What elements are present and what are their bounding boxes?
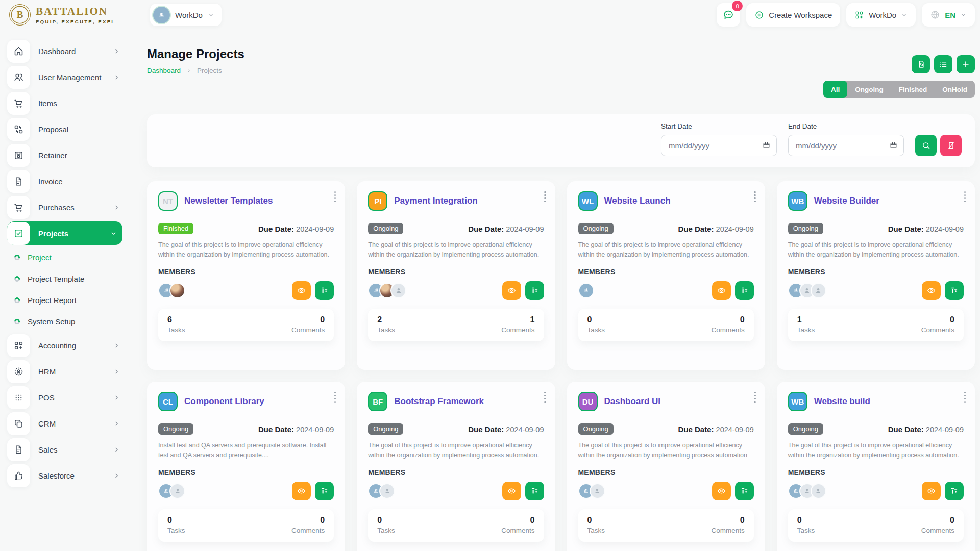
members-row	[788, 482, 964, 500]
member-avatar-placeholder	[379, 483, 395, 499]
view-project-button[interactable]	[712, 281, 731, 300]
card-menu-button[interactable]	[541, 389, 549, 406]
start-date-input[interactable]	[661, 135, 777, 156]
chevron-right-icon	[113, 446, 120, 454]
sidebar-item-label: Accounting	[38, 341, 105, 350]
project-title-link[interactable]: Website build	[814, 396, 870, 407]
sidebar-item-proposal[interactable]: Proposal	[7, 117, 124, 141]
topbar-actions: 0 Create Workspace WorkDo EN	[717, 3, 975, 27]
project-title-link[interactable]: Component Library	[184, 396, 264, 407]
due-date-value: 2024-09-09	[296, 425, 334, 434]
project-title-link[interactable]: Dashboard UI	[604, 396, 661, 407]
progress-button[interactable]	[945, 482, 964, 500]
tab-onhold[interactable]: OnHold	[935, 81, 975, 98]
sidebar-item-salesforce[interactable]: Salesforce	[7, 464, 124, 487]
comments-label: Comments	[291, 527, 325, 534]
card-menu-button[interactable]	[751, 188, 758, 205]
progress-button[interactable]	[735, 281, 754, 300]
sidebar-item-projects[interactable]: Projects	[7, 221, 122, 245]
tab-all[interactable]: All	[823, 81, 847, 98]
tasks-stat: 0Tasks	[167, 516, 185, 534]
building-logo-icon	[792, 286, 800, 294]
card-stats: 6Tasks0Comments	[158, 309, 334, 341]
project-title-link[interactable]: Bootstrap Framework	[394, 396, 484, 407]
sidebar-subitem-system-setup[interactable]: System Setup	[14, 312, 124, 331]
view-project-button[interactable]	[292, 482, 311, 500]
view-project-button[interactable]	[502, 281, 521, 300]
sidebar-item-dashboard[interactable]: Dashboard	[7, 39, 124, 63]
project-title-link[interactable]: Website Launch	[604, 196, 671, 206]
project-title-link[interactable]: Newsletter Templates	[184, 196, 273, 206]
card-menu-button[interactable]	[961, 188, 969, 205]
workdo-menu-button[interactable]: WorkDo	[846, 3, 916, 27]
member-avatar-placeholder	[169, 483, 185, 499]
progress-button[interactable]	[525, 482, 544, 500]
card-menu-button[interactable]	[331, 389, 339, 406]
sidebar-subitem-project-template[interactable]: Project Template	[14, 269, 124, 288]
view-project-button[interactable]	[922, 482, 941, 500]
card-menu-button[interactable]	[961, 389, 969, 406]
comments-count: 0	[921, 315, 954, 324]
add-project-button[interactable]	[957, 55, 975, 73]
sidebar-item-retainer[interactable]: Retainer	[7, 143, 124, 167]
due-date-label: Due Date:	[888, 224, 924, 233]
card-head: WLWebsite Launch	[578, 191, 754, 211]
view-project-button[interactable]	[292, 281, 311, 300]
sidebar-item-accounting[interactable]: Accounting	[7, 334, 124, 357]
sidebar-subitem-project[interactable]: Project	[14, 247, 124, 267]
card-actions	[292, 281, 334, 300]
progress-button[interactable]	[315, 281, 334, 300]
project-avatar: NT	[158, 191, 178, 211]
card-menu-button[interactable]	[751, 389, 758, 406]
card-menu-button[interactable]	[331, 188, 339, 205]
language-selector[interactable]: EN	[922, 3, 975, 27]
sidebar-item-purchases[interactable]: Purchases	[7, 195, 124, 219]
breadcrumb-dashboard-link[interactable]: Dashboard	[147, 67, 181, 74]
tab-finished[interactable]: Finished	[891, 81, 935, 98]
progress-button[interactable]	[525, 281, 544, 300]
list-view-button[interactable]	[934, 55, 952, 73]
sidebar-item-invoice[interactable]: Invoice	[7, 169, 124, 193]
view-project-button[interactable]	[712, 482, 731, 500]
calendar-icon[interactable]	[762, 141, 771, 150]
levels-icon	[949, 486, 959, 496]
reset-filter-button[interactable]	[940, 135, 962, 156]
comments-count: 0	[501, 516, 534, 525]
progress-button[interactable]	[735, 482, 754, 500]
project-title-link[interactable]: Payment Integration	[394, 196, 477, 206]
copy-icon	[7, 412, 30, 435]
sidebar-item-hrm[interactable]: HRM	[7, 360, 124, 383]
calendar-icon[interactable]	[889, 141, 898, 150]
card-head: DUDashboard UI	[578, 392, 754, 411]
members-row	[158, 281, 334, 300]
create-workspace-button[interactable]: Create Workspace	[746, 3, 840, 27]
tab-ongoing[interactable]: Ongoing	[847, 81, 891, 98]
comments-stat: 1Comments	[501, 315, 534, 334]
workspace-selector[interactable]: WorkDo	[150, 4, 222, 26]
copy-template-button[interactable]	[912, 55, 930, 73]
comments-stat: 0Comments	[291, 516, 325, 534]
eye-icon	[507, 486, 517, 496]
comments-count: 0	[921, 516, 954, 525]
document-icon	[7, 170, 30, 193]
progress-button[interactable]	[945, 281, 964, 300]
sidebar-item-pos[interactable]: POS	[7, 386, 124, 409]
search-button[interactable]	[915, 135, 937, 156]
member-avatars	[788, 283, 822, 298]
member-avatar-placeholder	[811, 483, 826, 499]
sidebar-item-user-management[interactable]: User Management	[7, 65, 124, 89]
card-menu-button[interactable]	[541, 188, 549, 205]
sidebar-item-crm[interactable]: CRM	[7, 412, 124, 435]
status-badge: Ongoing	[368, 223, 403, 234]
project-description: The goal of this project is to improve o…	[788, 441, 964, 461]
end-date-input[interactable]	[788, 135, 904, 156]
members-row	[158, 482, 334, 500]
project-title-link[interactable]: Website Builder	[814, 196, 879, 206]
view-project-button[interactable]	[922, 281, 941, 300]
messages-button[interactable]: 0	[717, 3, 740, 27]
sidebar-subitem-project-report[interactable]: Project Report	[14, 290, 124, 310]
sidebar-item-items[interactable]: Items	[7, 91, 124, 115]
sidebar-item-sales[interactable]: Sales	[7, 438, 124, 461]
progress-button[interactable]	[315, 482, 334, 500]
view-project-button[interactable]	[502, 482, 521, 500]
